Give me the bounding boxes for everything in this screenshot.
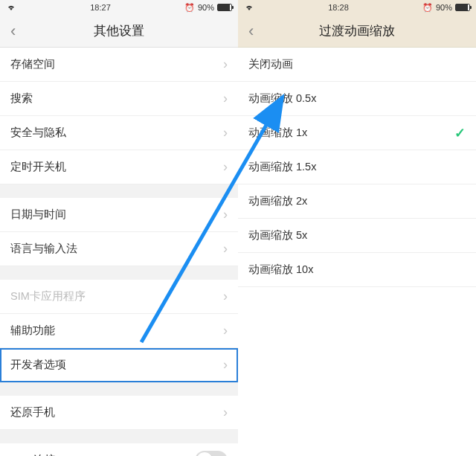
option-label: 关闭动画 <box>248 57 466 71</box>
wifi-icon <box>244 4 254 11</box>
options-list: 关闭动画动画缩放 0.5x动画缩放 1x✓动画缩放 1.5x动画缩放 2x动画缩… <box>238 48 476 287</box>
back-button[interactable]: ‹ <box>7 20 19 42</box>
page-title: 过渡动画缩放 <box>319 22 395 39</box>
status-time: 18:27 <box>90 3 111 12</box>
group-separator <box>0 382 238 396</box>
row-label: 存储空间 <box>10 57 223 71</box>
status-time: 18:28 <box>328 3 349 12</box>
nav-bar: ‹ 过渡动画缩放 <box>238 15 476 48</box>
settings-row: SIM卡应用程序› <box>0 280 238 314</box>
option-row[interactable]: 关闭动画 <box>238 48 476 82</box>
screen-other-settings: 18:27 ⏰ 90% ‹ 其他设置 存储空间›搜索›安全与隐私›定时开关机›日… <box>0 0 238 456</box>
toggle-switch[interactable] <box>195 451 228 457</box>
back-button[interactable]: ‹ <box>245 20 257 42</box>
checkmark-icon: ✓ <box>454 125 466 141</box>
row-label: 还原手机 <box>10 405 223 420</box>
alarm-icon: ⏰ <box>184 3 195 13</box>
nav-bar: ‹ 其他设置 <box>0 15 238 48</box>
row-label: SIM卡应用程序 <box>10 289 223 304</box>
chevron-right-icon: › <box>223 125 228 141</box>
chevron-right-icon: › <box>223 207 228 222</box>
chevron-right-icon: › <box>223 289 228 304</box>
page-title: 其他设置 <box>94 22 144 39</box>
battery-icon <box>455 4 470 11</box>
option-row[interactable]: 动画缩放 5x <box>238 219 476 253</box>
chevron-right-icon: › <box>223 323 228 338</box>
chevron-right-icon: › <box>223 57 228 72</box>
chevron-right-icon: › <box>223 357 228 373</box>
option-row[interactable]: 动画缩放 0.5x <box>238 82 476 116</box>
settings-row[interactable]: 辅助功能› <box>0 314 238 348</box>
status-bar: 18:27 ⏰ 90% <box>0 0 238 15</box>
row-label: 辅助功能 <box>10 324 223 338</box>
settings-row[interactable]: OTG连接 <box>0 443 238 456</box>
screen-transition-scale: 18:28 ⏰ 90% ‹ 过渡动画缩放 关闭动画动画缩放 0.5x动画缩放 1… <box>238 0 476 456</box>
alarm-icon: ⏰ <box>422 3 433 13</box>
settings-row[interactable]: 搜索› <box>0 82 238 116</box>
settings-row[interactable]: 安全与隐私› <box>0 116 238 150</box>
settings-row[interactable]: 存储空间› <box>0 48 238 82</box>
settings-row[interactable]: 定时开关机› <box>0 150 238 184</box>
option-label: 动画缩放 1x <box>248 126 454 140</box>
option-row[interactable]: 动画缩放 1.5x <box>238 150 476 184</box>
settings-row[interactable]: 还原手机› <box>0 396 238 430</box>
wifi-icon <box>6 4 16 11</box>
option-label: 动画缩放 2x <box>248 194 466 208</box>
group-separator <box>0 266 238 280</box>
row-label: 安全与隐私 <box>10 126 223 140</box>
chevron-right-icon: › <box>223 159 228 175</box>
option-label: 动画缩放 0.5x <box>248 91 466 106</box>
battery-icon <box>217 4 232 11</box>
option-label: 动画缩放 10x <box>248 263 466 277</box>
chevron-right-icon: › <box>223 405 228 420</box>
row-label: 日期与时间 <box>10 208 223 222</box>
battery-percent: 90% <box>436 3 452 12</box>
chevron-right-icon: › <box>223 241 228 257</box>
settings-row[interactable]: 语言与输入法› <box>0 232 238 266</box>
option-row[interactable]: 动画缩放 1x✓ <box>238 116 476 150</box>
option-label: 动画缩放 1.5x <box>248 160 466 174</box>
option-row[interactable]: 动画缩放 10x <box>238 253 476 287</box>
row-label: 语言与输入法 <box>10 242 223 256</box>
row-label: 开发者选项 <box>10 358 223 372</box>
settings-row[interactable]: 日期与时间› <box>0 198 238 232</box>
chevron-right-icon: › <box>223 91 228 106</box>
option-row[interactable]: 动画缩放 2x <box>238 184 476 219</box>
row-label: 定时开关机 <box>10 160 223 174</box>
settings-row[interactable]: 开发者选项› <box>0 348 238 382</box>
row-label: OTG连接 <box>10 453 195 456</box>
group-separator <box>0 184 238 198</box>
row-label: 搜索 <box>10 91 223 106</box>
group-separator <box>0 430 238 443</box>
status-bar: 18:28 ⏰ 90% <box>238 0 476 15</box>
settings-list: 存储空间›搜索›安全与隐私›定时开关机›日期与时间›语言与输入法›SIM卡应用程… <box>0 48 238 456</box>
battery-percent: 90% <box>198 3 214 12</box>
option-label: 动画缩放 5x <box>248 228 466 243</box>
